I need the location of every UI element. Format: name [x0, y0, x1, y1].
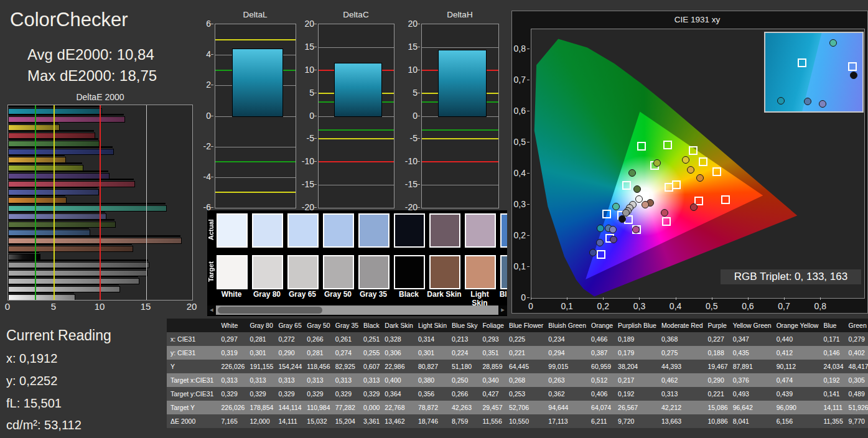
cie-chart-title: CIE 1931 xy	[531, 15, 864, 24]
row-label	[167, 319, 218, 332]
table-cell: 77,282	[333, 401, 361, 414]
table-cell: 0,493	[730, 387, 774, 401]
gridline	[215, 177, 296, 178]
table-cell: 0,274	[333, 346, 361, 360]
table-cell: 0,290	[706, 373, 730, 387]
table-cell: 0,225	[506, 332, 546, 346]
table-cell: 0,294	[546, 346, 589, 360]
table-cell: 3,361	[361, 414, 382, 428]
cie-measured-point	[633, 185, 641, 193]
table-row: Target x:CIE310,3130,3130,3130,3130,3130…	[167, 373, 868, 387]
actual-swatch	[323, 213, 354, 248]
x-tick-label: 0,2	[597, 301, 609, 311]
cie-x-axis: 00,10,20,30,40,50,60,70,8	[531, 301, 864, 311]
table-cell: 87,891	[730, 360, 774, 373]
table-cell: 0,607	[361, 360, 382, 373]
table-cell: 0,347	[730, 332, 774, 346]
table-cell: 6,211	[589, 414, 615, 428]
colorchecker-app: ColorChecker Avg dE2000: 10,84 Max dE200…	[0, 0, 868, 438]
scroll-left-icon[interactable]: ◄	[207, 305, 216, 315]
gridline	[215, 147, 296, 147]
current-reading-fl: fL: 15,501	[6, 396, 62, 411]
table-row: y: CIE310,3190,3010,2900,2810,2740,2550,…	[167, 346, 868, 360]
y-tick-label: -10	[302, 156, 314, 166]
table-cell: 0,250	[449, 373, 480, 387]
reference-line	[215, 39, 296, 40]
reference-line	[100, 105, 101, 300]
cie-target-point	[721, 195, 730, 204]
table-cell: 0,314	[416, 332, 449, 346]
deltal-chart	[215, 24, 296, 208]
table-cell: 144,114	[276, 401, 304, 414]
table-cell: 0,275	[659, 346, 706, 360]
y-tick-label: -2	[203, 141, 211, 151]
table-cell: 90,112	[774, 360, 821, 373]
table-cell: 0,329	[247, 387, 276, 401]
table-cell: 0,329	[276, 387, 304, 401]
inset-target-point	[798, 58, 806, 67]
cie-measured-point	[687, 166, 694, 174]
table-cell: Dark Skin	[382, 319, 416, 332]
scroll-right-icon[interactable]: ►	[498, 305, 507, 315]
swatch-scrollbar[interactable]: ◄ ►	[207, 305, 507, 315]
table-cell: 0,368	[659, 332, 706, 346]
actual-swatch	[287, 213, 319, 248]
table-cell: 48,417	[846, 360, 868, 373]
table-cell: 0,512	[589, 373, 615, 387]
cie-target-point	[699, 157, 707, 166]
table-cell: 0,268	[506, 373, 546, 387]
table-cell: 51,926	[846, 401, 868, 414]
table-cell: 0,306	[382, 346, 416, 360]
y-tick-label: 4	[206, 49, 211, 59]
table-cell: 0,141	[821, 387, 846, 401]
target-swatch	[217, 255, 248, 289]
table-cell: 11,556	[480, 414, 506, 428]
y-tick-label: 0,1	[514, 261, 526, 271]
cie-target-point	[662, 217, 671, 226]
x-tick-label: 10	[95, 301, 105, 312]
table-cell: Bluish Green	[546, 319, 589, 332]
table-cell: 13,663	[659, 414, 706, 428]
table-cell: 0,412	[774, 346, 821, 360]
reference-line	[54, 105, 55, 300]
table-cell: 22,768	[382, 401, 416, 414]
table-cell: 0,221	[706, 387, 730, 401]
target-swatch	[252, 255, 283, 289]
table-row: Target y:CIE310,3290,3290,3290,3290,3290…	[167, 387, 868, 401]
table-cell: 0,272	[276, 332, 304, 346]
target-swatch	[394, 255, 425, 289]
table-cell: Black	[361, 319, 382, 332]
deltal-chart-title: DeltaL	[243, 10, 267, 19]
table-cell: 18,746	[416, 414, 449, 428]
x-tick-label: 0,6	[742, 301, 754, 311]
table-cell: 0,192	[821, 373, 846, 387]
avg-de2000-value: Avg dE2000: 10,84	[27, 46, 154, 63]
table-cell: Yellow Green	[730, 319, 774, 332]
table-cell: 0,356	[416, 387, 449, 401]
cie-y-axis: 00,10,20,30,40,50,60,70,8	[512, 29, 530, 297]
table-cell: 44,393	[659, 360, 706, 373]
reference-line	[319, 129, 394, 131]
deltal-bar	[232, 49, 283, 117]
table-cell: 9,720	[615, 414, 659, 428]
y-tick-label: -10	[405, 156, 418, 166]
table-cell: 28,859	[480, 360, 506, 373]
deltah-chart	[421, 24, 499, 208]
actual-swatch	[500, 213, 507, 248]
scrollbar-thumb[interactable]	[218, 307, 322, 314]
table-cell: 0,364	[382, 387, 416, 401]
table-cell: Gray 65	[276, 319, 304, 332]
table-cell: 0,402	[846, 346, 868, 360]
table-cell: 14,111	[276, 414, 304, 428]
cie-measured-point	[589, 249, 597, 256]
table-cell: 0,380	[416, 373, 449, 387]
table-cell: 0,474	[774, 373, 821, 387]
cie-measured-point	[612, 203, 620, 210]
cie-measured-point	[653, 159, 661, 167]
cie-zoom-inset	[764, 32, 864, 113]
target-swatch	[429, 255, 460, 289]
table-row: ΔE 20007,16512,00014,11115,03215,2043,36…	[167, 414, 868, 428]
cie-measured-point	[632, 226, 640, 233]
cie-diagram-panel: CIE 1931 xy 00,10,20,30,40,50,60,70,8 00…	[511, 11, 868, 314]
y-tick-label: 2	[206, 80, 211, 90]
